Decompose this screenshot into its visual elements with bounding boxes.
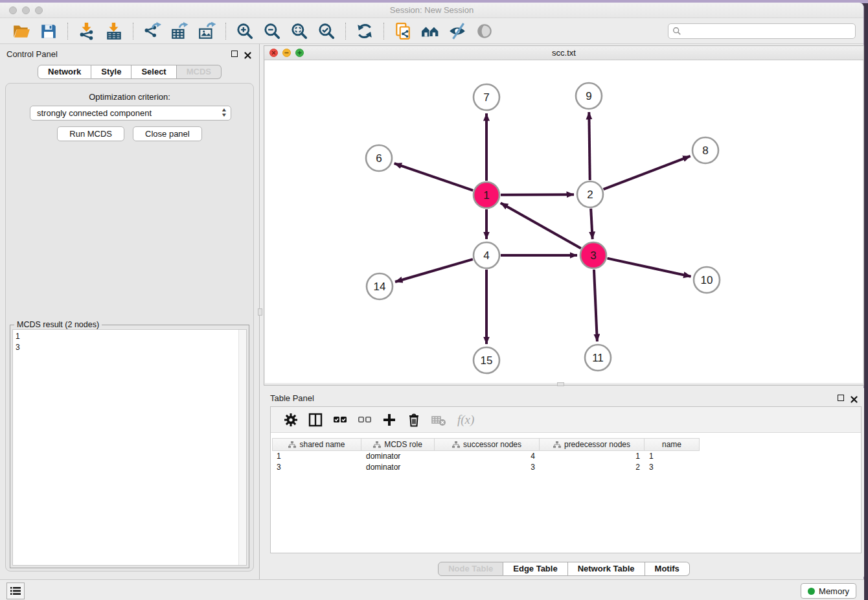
graph-node-4[interactable]: 4 (474, 242, 499, 268)
close-panel-button[interactable]: Close panel (133, 126, 202, 141)
export-image-icon[interactable] (198, 22, 216, 40)
delete-columns-icon[interactable] (406, 412, 422, 428)
node-label: 15 (481, 354, 493, 367)
node-label: 11 (592, 352, 604, 364)
column-header-shared-name[interactable]: shared name (272, 438, 361, 451)
import-table-icon[interactable] (105, 22, 123, 40)
node-label: 3 (590, 249, 596, 262)
network-window-titlebar[interactable]: scc.txt (264, 46, 863, 60)
edge-2-to-3[interactable] (591, 209, 593, 239)
toggle-graphics-details-icon[interactable] (475, 22, 494, 40)
column-header-label: successor nodes (463, 440, 521, 449)
show-columns-icon[interactable] (308, 412, 323, 428)
toolbar-separator (225, 23, 226, 40)
list-icon (10, 586, 21, 595)
edge-3-to-1[interactable] (501, 203, 581, 248)
column-header-predecessor-nodes[interactable]: predecessor nodes (540, 438, 645, 451)
node-label: 1 (483, 189, 489, 202)
import-network-icon[interactable] (78, 22, 96, 40)
column-header-MCDS-role[interactable]: MCDS role (361, 438, 435, 451)
refresh-icon[interactable] (356, 22, 374, 40)
tab-style[interactable]: Style (91, 65, 131, 79)
unselect-all-columns-icon[interactable] (357, 412, 372, 428)
search-input[interactable] (681, 25, 855, 38)
optimization-criterion-label: Optimization criterion: (6, 92, 253, 102)
export-table-icon[interactable] (170, 22, 188, 40)
edge-2-to-8[interactable] (604, 156, 691, 189)
graph-node-6[interactable]: 6 (366, 145, 392, 171)
column-header-successor-nodes[interactable]: successor nodes (435, 438, 540, 451)
float-panel-icon[interactable] (231, 51, 238, 57)
table-row[interactable]: 3dominator323 (272, 462, 860, 473)
result-scrollbar[interactable] (238, 330, 246, 565)
column-header-label: shared name (299, 440, 345, 449)
table-settings-icon[interactable] (283, 412, 299, 428)
graph-node-2[interactable]: 2 (577, 181, 603, 207)
graph-node-11[interactable]: 11 (585, 345, 611, 371)
edge-3-to-10[interactable] (607, 259, 691, 277)
select-all-columns-icon[interactable] (332, 412, 348, 428)
create-column-icon[interactable] (382, 412, 397, 428)
node-label: 6 (376, 152, 382, 165)
graph-node-7[interactable]: 7 (474, 84, 499, 110)
tab-node-table[interactable]: Node Table (438, 562, 503, 576)
network-canvas[interactable]: 7968124314101511 (265, 60, 863, 383)
tab-network-table[interactable]: Network Table (568, 562, 645, 576)
node-label: 14 (374, 281, 386, 293)
memory-label: Memory (819, 586, 849, 596)
control-panel: Control Panel NetworkStyleSelectMCDS Opt… (0, 44, 260, 579)
edge-2-to-9[interactable] (589, 112, 589, 180)
edge-4-to-14[interactable] (395, 259, 473, 282)
graph-node-15[interactable]: 15 (474, 347, 499, 373)
zoom-selected-icon[interactable] (317, 22, 336, 40)
first-neighbors-icon[interactable] (421, 22, 439, 40)
splitter-handle[interactable] (258, 308, 262, 316)
task-history-button[interactable] (6, 583, 25, 599)
open-session-icon[interactable] (12, 22, 30, 40)
column-header-label: name (662, 440, 681, 449)
graph-node-8[interactable]: 8 (692, 137, 718, 163)
graph-node-3[interactable]: 3 (580, 242, 606, 268)
network-view-window: scc.txt 7968124314101511 (264, 45, 864, 386)
graph-node-10[interactable]: 10 (694, 267, 720, 293)
tab-motifs[interactable]: Motifs (645, 562, 690, 576)
table-row[interactable]: 1dominator411 (272, 451, 860, 462)
zoom-fit-icon[interactable] (290, 22, 308, 40)
table-panel-title: Table Panel (270, 393, 314, 403)
save-session-icon[interactable] (40, 22, 58, 40)
close-panel-icon[interactable] (244, 50, 251, 57)
zoom-out-icon[interactable] (263, 22, 281, 40)
tab-edge-table[interactable]: Edge Table (503, 562, 567, 576)
export-network-icon[interactable] (143, 22, 161, 40)
edge-3-to-11[interactable] (594, 270, 597, 341)
splitter-handle[interactable] (557, 382, 564, 386)
duplicate-network-icon[interactable] (394, 22, 412, 40)
tab-select[interactable]: Select (131, 65, 176, 79)
hide-graphics-details-icon[interactable] (448, 22, 466, 40)
network-graph: 7968124314101511 (265, 60, 864, 384)
edge-1-to-6[interactable] (394, 163, 474, 190)
table-cell: 2 (540, 462, 645, 473)
close-panel-icon[interactable] (851, 394, 858, 401)
control-panel-tabs: NetworkStyleSelectMCDS (0, 65, 259, 79)
graph-node-9[interactable]: 9 (576, 83, 602, 109)
tab-mcds[interactable]: MCDS (177, 65, 222, 79)
table-cell: 4 (435, 451, 540, 462)
graph-node-14[interactable]: 14 (367, 273, 393, 299)
column-header-name[interactable]: name (645, 438, 700, 451)
node-label: 4 (483, 249, 489, 262)
search-icon (672, 27, 681, 36)
node-label: 8 (702, 144, 708, 157)
status-bar: Memory (0, 579, 864, 600)
graph-node-1[interactable]: 1 (474, 182, 499, 208)
float-panel-icon[interactable] (838, 395, 844, 401)
mcds-result-text[interactable]: 13 (12, 329, 247, 566)
memory-button[interactable]: Memory (801, 583, 856, 599)
edge-1-to-2[interactable] (501, 194, 574, 195)
zoom-in-icon[interactable] (236, 22, 254, 40)
mcds-result-title: MCDS result (2 nodes) (14, 320, 102, 329)
tab-network[interactable]: Network (38, 65, 91, 79)
optimization-criterion-select[interactable]: strongly connected component ▲▼ (30, 106, 231, 121)
search-box (668, 23, 856, 39)
run-mcds-button[interactable]: Run MCDS (57, 126, 124, 141)
